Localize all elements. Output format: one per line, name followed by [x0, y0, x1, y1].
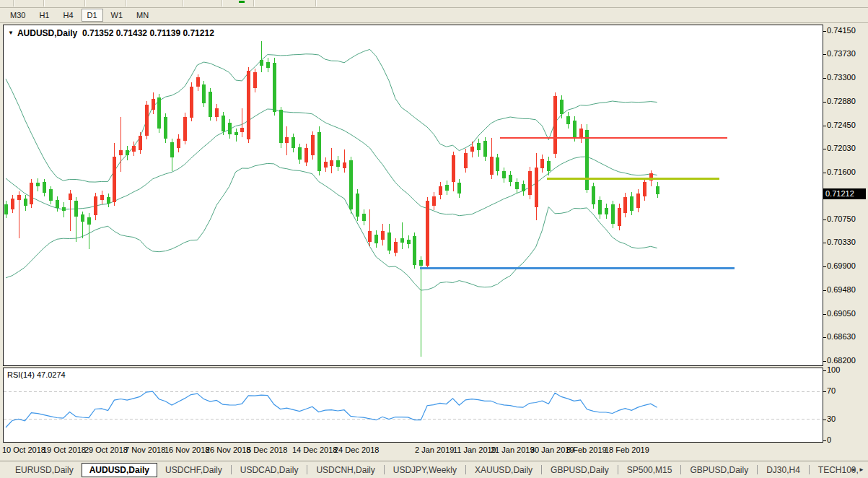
tab-scroll-right-icon[interactable]: ► [859, 466, 864, 473]
date-label: 16 Nov 2018 [165, 446, 209, 454]
price-tick-mark [823, 102, 826, 103]
tab-separator [384, 465, 385, 474]
date-label: 18 Feb 2019 [605, 446, 649, 454]
price-tick-mark [823, 31, 826, 32]
price-tick-label: 0.69480 [827, 285, 856, 294]
date-label: 11 Jan 2019 [453, 446, 496, 454]
price-tick-mark [823, 54, 826, 55]
tab-separator [757, 465, 758, 474]
toolbar-separator [253, 0, 255, 6]
mt4-window: M30H1H4D1W1MN ▼AUDUSD,Daily 0.71352 0.71… [0, 0, 868, 478]
bottom-tab-usdchf-daily[interactable]: USDCHF,Daily [157, 463, 230, 477]
price-tick-mark [823, 266, 826, 267]
rsi-tick-mark [823, 440, 826, 441]
date-label: 8 Feb 2019 [566, 446, 607, 454]
price-tick-mark [823, 173, 826, 173]
bottom-tab-usdcad-daily[interactable]: USDCAD,Daily [232, 463, 307, 477]
bottom-tab-usdcnh-daily[interactable]: USDCNH,Daily [308, 463, 382, 477]
candlestick-chart-area[interactable] [3, 25, 823, 366]
date-label: 7 Nov 2018 [125, 446, 165, 454]
price-tick-mark [823, 78, 826, 79]
bottom-tab-gbpusd-daily[interactable]: GBPUSD,Daily [682, 463, 756, 477]
toolbar-separator [84, 0, 86, 6]
price-tick-mark [823, 314, 826, 315]
bottom-tab-xauusd-daily[interactable]: XAUUSD,Daily [467, 463, 540, 477]
tab-scroll-arrows: ◄► [847, 466, 864, 473]
date-label: 10 Oct 2018 [2, 446, 45, 454]
chart-title: ▼AUDUSD,Daily 0.71352 0.71432 0.71139 0.… [8, 28, 214, 38]
price-tick-mark [823, 290, 826, 291]
date-label: 14 Dec 2018 [292, 446, 337, 454]
price-tick-mark [823, 337, 826, 338]
price-tick-label: 0.68630 [827, 332, 856, 341]
price-tick-mark [823, 149, 826, 149]
price-tick-label: 0.74150 [827, 26, 856, 35]
toolbar-separator [13, 0, 14, 6]
toolbar-partial-strip [0, 0, 868, 8]
date-label: 2 Jan 2019 [415, 446, 454, 454]
tab-separator [541, 465, 542, 474]
price-tick-label: 0.70330 [827, 238, 856, 246]
price-tick-label: 0.73730 [827, 49, 856, 58]
rsi-tick-mark [823, 370, 826, 371]
tab-separator [618, 465, 618, 474]
price-tick-label: 0.69900 [827, 261, 856, 270]
toolbar-separator [126, 0, 127, 6]
price-axis[interactable]: 0.741500.737300.733000.728800.724500.720… [823, 25, 868, 443]
bottom-tab-gbpusd-daily[interactable]: GBPUSD,Daily [543, 463, 617, 477]
price-tick-label: 0.68200 [827, 356, 856, 365]
price-tick-label: 0.73300 [827, 73, 856, 82]
tf-button-m30[interactable]: M30 [4, 9, 31, 22]
price-tick-label: 0.72450 [827, 121, 856, 129]
rsi-tick-label: 30 [827, 414, 836, 423]
bottom-tab-dj30-h4[interactable]: DJ30,H4 [758, 463, 808, 477]
toolbar-green-indicator [239, 1, 245, 3]
date-label: 19 Oct 2018 [43, 446, 86, 454]
toolbar-separator [222, 0, 223, 6]
price-tick-label: 0.69050 [827, 309, 856, 318]
price-tick-label: 0.70750 [827, 214, 856, 223]
date-axis[interactable]: 10 Oct 201819 Oct 201829 Oct 20187 Nov 2… [0, 443, 868, 461]
chart-symbol-label: AUDUSD,Daily [17, 28, 77, 38]
rsi-indicator-area[interactable] [3, 368, 823, 443]
price-tick-mark [823, 361, 826, 362]
bottom-tab-sp500-m15[interactable]: SP500,M15 [619, 463, 680, 477]
tf-button-mn[interactable]: MN [131, 9, 154, 22]
toolbar-separator [183, 0, 184, 6]
price-tick-mark [823, 243, 826, 243]
toolbar-separator [43, 0, 45, 6]
price-tick-mark [823, 126, 826, 126]
tab-separator [809, 465, 810, 474]
symbol-dropdown-icon[interactable]: ▼ [8, 30, 14, 36]
price-tick-label: 0.71600 [827, 168, 856, 176]
date-label: 21 Jan 2019 [491, 446, 535, 454]
price-tick-label: 0.72030 [827, 144, 856, 152]
tab-separator [231, 465, 232, 474]
chart-ohlc-values: 0.71352 0.71432 0.71139 0.71212 [82, 28, 214, 38]
tab-separator [465, 465, 466, 474]
bottom-tab-eurusd-daily[interactable]: EURUSD,Daily [7, 463, 82, 477]
tf-button-w1[interactable]: W1 [105, 9, 129, 22]
timeframe-toolbar: M30H1H4D1W1MN [0, 8, 868, 23]
rsi-tick-mark [823, 391, 826, 392]
rsi-svg[interactable] [3, 368, 823, 443]
bottom-tab-audusd-daily[interactable]: AUDUSD,Daily [82, 463, 157, 477]
rsi-tick-mark [823, 420, 826, 420]
tf-button-h4[interactable]: H4 [57, 9, 79, 22]
rsi-tick-label: 100 [827, 365, 840, 374]
tab-separator [307, 465, 307, 474]
date-label: 5 Dec 2018 [247, 446, 287, 454]
tf-button-h1[interactable]: H1 [33, 9, 55, 22]
main-chart-svg[interactable] [3, 25, 823, 366]
date-label: 24 Dec 2018 [334, 446, 379, 454]
price-tick-mark [823, 220, 826, 220]
date-label: 29 Oct 2018 [84, 446, 128, 454]
tf-button-d1[interactable]: D1 [82, 9, 103, 22]
rsi-value-label: RSI(14) 47.0274 [7, 370, 66, 379]
date-label: 26 Nov 2018 [206, 446, 250, 454]
chart-tab-bar: EURUSD,DailyAUDUSD,DailyUSDCHF,DailyUSDC… [0, 461, 868, 478]
toolbar-separator [315, 0, 317, 6]
tab-scroll-left-icon[interactable]: ◄ [850, 466, 856, 473]
bottom-tab-usdjpy-weekly[interactable]: USDJPY,Weekly [385, 463, 465, 477]
price-tick-label: 0.72880 [827, 97, 856, 105]
